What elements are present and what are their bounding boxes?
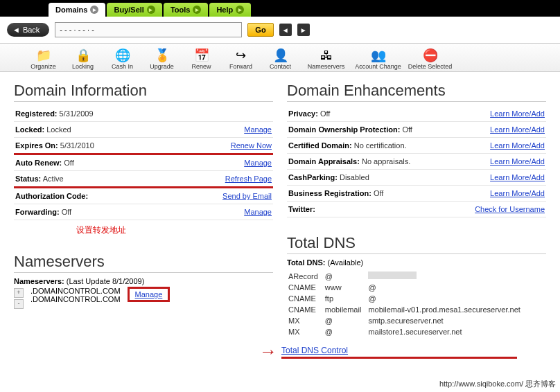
collapse-toggle[interactable]: - — [14, 299, 24, 309]
twitter-link[interactable]: Check for Username — [475, 205, 545, 213]
chevron-right-icon: ▸ — [147, 6, 155, 14]
ownership-link[interactable]: Learn More/Add — [490, 125, 545, 134]
prev-button[interactable]: ◄ — [279, 24, 292, 36]
certified-link[interactable]: Learn More/Add — [490, 141, 545, 150]
table-row: ARecord@ — [288, 271, 526, 281]
send-by-email-link[interactable]: Send by Email — [222, 192, 272, 200]
renew-button[interactable]: 📅Renew — [182, 48, 221, 70]
domain-info-title: Domain Information — [14, 82, 273, 102]
organize-button[interactable]: 📁Organize — [24, 48, 63, 70]
chevron-right-icon: ▸ — [193, 6, 201, 14]
bizreg-link[interactable]: Learn More/Add — [490, 189, 545, 197]
table-row: CNAMEftp@ — [288, 294, 526, 303]
calendar-refresh-icon: 📅 — [182, 48, 221, 63]
table-row: CNAMEwww@ — [288, 283, 526, 292]
forward-arrow-icon: ↪ — [221, 48, 261, 63]
chevron-right-icon: ▸ — [236, 6, 244, 14]
table-row: CNAMEmobilemailmobilemail-v01.prod.mesa1… — [288, 305, 526, 314]
go-button[interactable]: Go — [247, 23, 273, 37]
upgrade-button[interactable]: 🏅Upgrade — [142, 48, 182, 70]
locked-manage-link[interactable]: Manage — [244, 125, 272, 134]
forwarding-manage-link[interactable]: Manage — [244, 208, 272, 216]
locking-button[interactable]: 🔒Locking — [63, 48, 103, 70]
server-icon: 🖧 — [300, 48, 352, 63]
refresh-page-link[interactable]: Refresh Page — [225, 175, 272, 183]
top-tab-bar: Domains▸ Buy/Sell▸ Tools▸ Help▸ — [0, 0, 560, 17]
tab-help[interactable]: Help▸ — [209, 3, 251, 17]
action-toolbar: 📁Organize 🔒Locking 🌐Cash In 🏅Upgrade 📅Re… — [0, 44, 560, 72]
renew-now-link[interactable]: Renew Now — [231, 141, 272, 150]
tab-buysell[interactable]: Buy/Sell▸ — [107, 3, 161, 17]
ribbon-icon: 🏅 — [142, 48, 182, 63]
nameserver-2: .DOMAINCONTROL.COM — [30, 295, 121, 303]
forward-button[interactable]: ↪Forward — [221, 48, 261, 70]
arrow-right-icon: → — [259, 341, 277, 362]
account-change-button[interactable]: 👥Account Change — [352, 48, 404, 70]
table-row: MX@smtp.secureserver.net — [288, 316, 526, 326]
back-button[interactable]: ◄Back — [7, 23, 49, 37]
appraisals-link[interactable]: Learn More/Add — [490, 157, 545, 166]
lock-icon: 🔒 — [63, 48, 103, 63]
cashin-button[interactable]: 🌐Cash In — [103, 48, 142, 70]
enhancements-title: Domain Enhancements — [287, 82, 546, 102]
table-row: MX@mailstore1.secureserver.net — [288, 327, 526, 337]
dns-table: ARecord@ CNAMEwww@ CNAMEftp@ CNAMEmobile… — [287, 269, 527, 338]
annotation-underline — [281, 357, 517, 359]
contact-button[interactable]: 👤Contact — [261, 48, 300, 70]
source-footnote: http://www.siqiboke.com/ 思齐博客 — [439, 379, 556, 389]
domain-info-section: Domain Information Registered: 5/31/2009… — [14, 82, 273, 359]
nameservers-button[interactable]: 🖧Nameservers — [300, 48, 352, 70]
back-arrow-icon: ◄ — [12, 26, 20, 34]
user-swap-icon: 👥 — [352, 48, 404, 63]
nameservers-title: Nameservers — [14, 253, 273, 273]
delete-button[interactable]: ⛔Delete Selected — [404, 48, 456, 70]
redacted-block — [368, 271, 417, 279]
next-button[interactable]: ► — [297, 24, 310, 36]
cashparking-link[interactable]: Learn More/Add — [490, 173, 545, 181]
chevron-right-icon: ▸ — [90, 6, 98, 14]
privacy-link[interactable]: Learn More/Add — [490, 109, 545, 118]
tab-tools[interactable]: Tools▸ — [164, 3, 209, 17]
person-icon: 👤 — [261, 48, 300, 63]
tab-domains[interactable]: Domains▸ — [49, 3, 105, 17]
nav-bar: ◄Back Go ◄ ► — [0, 17, 560, 43]
domain-enhancements-section: Domain Enhancements Privacy: OffLearn Mo… — [287, 82, 546, 359]
globe-money-icon: 🌐 — [103, 48, 142, 63]
annotation-text: 设置转发地址 — [14, 220, 273, 236]
delete-icon: ⛔ — [404, 48, 456, 63]
folder-icon: 📁 — [24, 48, 63, 63]
total-dns-control-link[interactable]: Total DNS Control — [281, 346, 348, 355]
autorenew-manage-link[interactable]: Manage — [244, 159, 272, 167]
total-dns-title: Total DNS — [287, 234, 546, 254]
domain-search-input[interactable] — [55, 22, 242, 37]
nameserver-1: .DOMAINCONTROL.COM — [30, 287, 121, 295]
expand-toggle[interactable]: + — [14, 288, 24, 298]
nameservers-manage-link[interactable]: Manage — [128, 287, 170, 302]
